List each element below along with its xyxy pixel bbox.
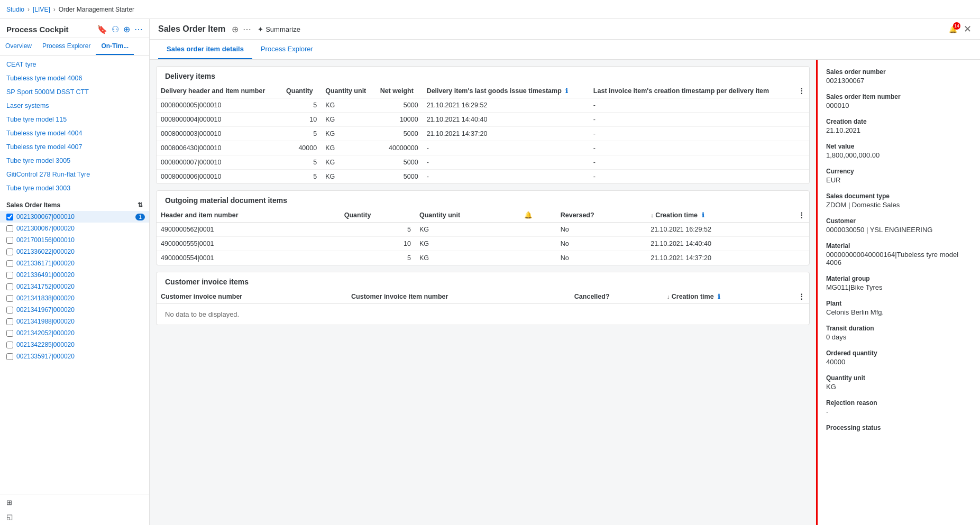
order-link-13[interactable]: 0021335917|000020 — [16, 353, 145, 360]
settings-icon[interactable]: ⊕ — [123, 24, 130, 34]
sort-creation-icon[interactable]: ↓ — [651, 212, 654, 218]
order-row-9[interactable]: 0021341967|000020 — [0, 304, 149, 316]
order-link-3[interactable]: 0021700156|000010 — [16, 236, 145, 244]
breadcrumb-studio[interactable]: Studio — [6, 6, 24, 13]
breadcrumb-live[interactable]: [LIVE] — [33, 6, 50, 13]
sort-ci-icon[interactable]: ↓ — [667, 293, 670, 300]
value-material-group: MG011|Bike Tyres — [826, 283, 972, 291]
tab-process-explorer[interactable]: Process Explorer — [252, 40, 322, 59]
field-plant: Plant Celonis Berlin Mfg. — [826, 300, 972, 316]
order-row-2[interactable]: 0021300067|000020 — [0, 223, 149, 234]
delivery-weight-6: 5000 — [376, 170, 423, 184]
tab-overview[interactable]: Overview — [0, 38, 37, 55]
order-row-4[interactable]: 0021336022|000020 — [0, 246, 149, 257]
order-checkbox-5[interactable] — [6, 260, 13, 267]
th-menu-1[interactable]: ⋮ — [794, 84, 809, 98]
delivery-invoice-6: - — [589, 170, 794, 184]
order-link-12[interactable]: 0021342285|000020 — [16, 341, 145, 348]
order-row-6[interactable]: 0021336491|000020 — [0, 269, 149, 281]
sidebar-item-tubeless-4004[interactable]: Tubeless tyre model 4004 — [0, 126, 149, 140]
bookmark-icon[interactable]: 🔖 — [97, 24, 107, 34]
breadcrumb-order-management: Order Management Starter — [59, 6, 134, 13]
delivery-items-section: Delivery items Delivery header and item … — [156, 66, 810, 184]
order-link-4[interactable]: 0021336022|000020 — [16, 248, 145, 255]
sidebar-item-ceat[interactable]: CEAT tyre — [0, 58, 149, 71]
th-quantity-unit: Quantity unit — [321, 84, 375, 98]
sidebar-item-laser[interactable]: Laser systems — [0, 99, 149, 113]
delivery-unit-3: KG — [321, 127, 375, 141]
order-checkbox-11[interactable] — [6, 330, 13, 337]
sidebar-item-tube-3005[interactable]: Tube tyre model 3005 — [0, 154, 149, 168]
order-row-10[interactable]: 0021341988|000020 — [0, 316, 149, 327]
order-row-8[interactable]: 0021341838|000020 — [0, 292, 149, 304]
th-menu-om[interactable]: ⋮ — [794, 208, 809, 223]
th-menu-ci[interactable]: ⋮ — [794, 289, 809, 304]
tab-soi-details[interactable]: Sales order item details — [158, 40, 252, 59]
content-area: Sales Order Item ⊕ ⋯ ✦ Summarize 🔔 14 ✕ … — [150, 19, 980, 525]
order-link-7[interactable]: 0021341752|000020 — [16, 283, 145, 290]
order-checkbox-1[interactable] — [6, 214, 13, 220]
order-row-12[interactable]: 0021342285|000020 — [0, 339, 149, 351]
order-link-10[interactable]: 0021341988|000020 — [16, 318, 145, 325]
order-checkbox-8[interactable] — [6, 295, 13, 302]
sidebar-bottom-icon[interactable]: ⊞ — [6, 499, 143, 506]
more-options-icon[interactable]: ⋯ — [243, 24, 251, 34]
sort-order-icon[interactable]: ⇅ — [138, 201, 143, 209]
sidebar-item-sp-sport[interactable]: SP Sport 5000M DSST CTT — [0, 85, 149, 99]
value-material: 000000000040000164|Tubeless tyre model 4… — [826, 251, 972, 266]
order-checkbox-9[interactable] — [6, 307, 13, 314]
order-row-11[interactable]: 0021342052|000020 — [0, 327, 149, 339]
field-material: Material 000000000040000164|Tubeless tyr… — [826, 242, 972, 266]
delivery-unit-2: KG — [321, 113, 375, 127]
order-link-1[interactable]: 0021300067|000010 — [16, 213, 132, 220]
order-row-13[interactable]: 0021335917|000020 — [0, 351, 149, 362]
delivery-header-3: 0008000003|000010 — [157, 127, 282, 141]
label-currency: Currency — [826, 168, 972, 175]
tab-on-time[interactable]: On-Tim... — [96, 38, 134, 55]
order-checkbox-7[interactable] — [6, 283, 13, 290]
label-creation-date: Creation date — [826, 118, 972, 125]
order-checkbox-4[interactable] — [6, 248, 13, 255]
field-quantity-unit: Quantity unit KG — [826, 374, 972, 391]
sidebar-header: Process Cockpit 🔖 ⚇ ⊕ ⋯ — [0, 19, 149, 38]
sidebar-item-tube-115[interactable]: Tube tyre model 115 — [0, 113, 149, 126]
order-checkbox-6[interactable] — [6, 272, 13, 279]
om-col-empty-1 — [794, 223, 809, 237]
om-creation-2: 21.10.2021 14:40:40 — [646, 237, 794, 251]
sidebar-item-tubeless-4007[interactable]: Tubeless tyre model 4007 — [0, 140, 149, 154]
order-checkbox-3[interactable] — [6, 237, 13, 244]
notification-icon[interactable]: 🔔 14 — [949, 25, 957, 33]
sidebar-item-tube-3003[interactable]: Tube tyre model 3003 — [0, 181, 149, 195]
sidebar-item-tubeless-4006[interactable]: Tubeless tyre model 4006 — [0, 71, 149, 85]
sidebar-bottom-icon-2[interactable]: ◱ — [6, 513, 143, 521]
delivery-qty-2: 10 — [282, 113, 321, 127]
order-row-7[interactable]: 0021341752|000020 — [0, 281, 149, 292]
order-checkbox-13[interactable] — [6, 353, 13, 360]
order-row-5[interactable]: 0021336171|000020 — [0, 257, 149, 269]
order-link-9[interactable]: 0021341967|000020 — [16, 306, 145, 314]
sidebar-item-giti[interactable]: GitiControl 278 Run-flat Tyre — [0, 168, 149, 181]
order-link-6[interactable]: 0021336491|000020 — [16, 271, 145, 279]
order-checkbox-2[interactable] — [6, 225, 13, 232]
om-qty-1: 5 — [340, 223, 415, 237]
label-processing-status: Processing status — [826, 424, 972, 431]
delivery-weight-3: 5000 — [376, 127, 423, 141]
order-checkbox-10[interactable] — [6, 318, 13, 325]
order-row-1[interactable]: 0021300067|000010 1 — [0, 211, 149, 223]
order-checkbox-12[interactable] — [6, 342, 13, 348]
summarize-button[interactable]: ✦ Summarize — [258, 25, 300, 33]
no-data-message: No data to be displayed. — [157, 304, 809, 325]
share-icon[interactable]: ⚇ — [112, 24, 119, 34]
more-icon[interactable]: ⋯ — [134, 24, 143, 34]
notif-count: 14 — [953, 22, 960, 30]
order-link-2[interactable]: 0021300067|000020 — [16, 225, 145, 232]
tab-process-explorer[interactable]: Process Explorer — [37, 38, 96, 55]
outgoing-material-title: Outgoing material document items — [157, 191, 809, 208]
order-link-8[interactable]: 0021341838|000020 — [16, 294, 145, 302]
order-link-5[interactable]: 0021336171|000020 — [16, 260, 145, 267]
close-icon[interactable]: ✕ — [964, 23, 972, 35]
order-link-11[interactable]: 0021342052|000020 — [16, 329, 145, 337]
pin-icon[interactable]: ⊕ — [232, 24, 239, 34]
field-transit-duration: Transit duration 0 days — [826, 325, 972, 341]
order-row-3[interactable]: 0021700156|000010 — [0, 234, 149, 246]
